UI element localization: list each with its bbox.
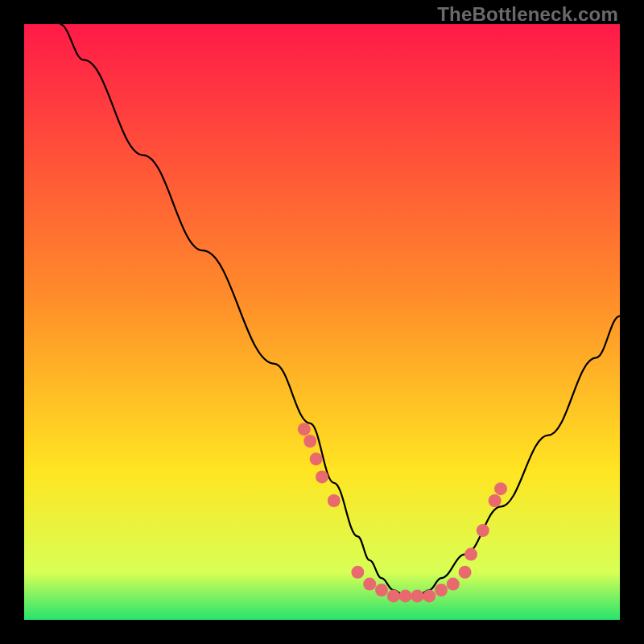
data-dot bbox=[310, 452, 323, 465]
data-dot bbox=[375, 584, 388, 597]
data-dot bbox=[298, 423, 311, 436]
data-dot bbox=[489, 494, 502, 507]
data-dot bbox=[477, 524, 489, 537]
data-dot bbox=[435, 584, 448, 597]
plot-area bbox=[24, 24, 620, 620]
data-dot bbox=[399, 589, 412, 602]
chart-svg bbox=[24, 24, 620, 620]
data-dot bbox=[411, 589, 423, 602]
data-dot bbox=[316, 470, 328, 483]
curve-line bbox=[60, 24, 620, 596]
watermark-text: TheBottleneck.com bbox=[437, 3, 618, 26]
data-dot bbox=[494, 482, 507, 495]
data-dot bbox=[423, 589, 436, 602]
data-dot bbox=[447, 578, 460, 591]
data-dot bbox=[363, 578, 376, 591]
dot-cluster bbox=[298, 423, 507, 602]
data-dot bbox=[464, 548, 477, 561]
chart-frame: TheBottleneck.com bbox=[0, 0, 644, 644]
data-dot bbox=[351, 566, 364, 579]
data-dot bbox=[387, 589, 400, 602]
data-dot bbox=[328, 494, 341, 507]
data-dot bbox=[303, 435, 316, 448]
data-dot bbox=[459, 566, 472, 579]
